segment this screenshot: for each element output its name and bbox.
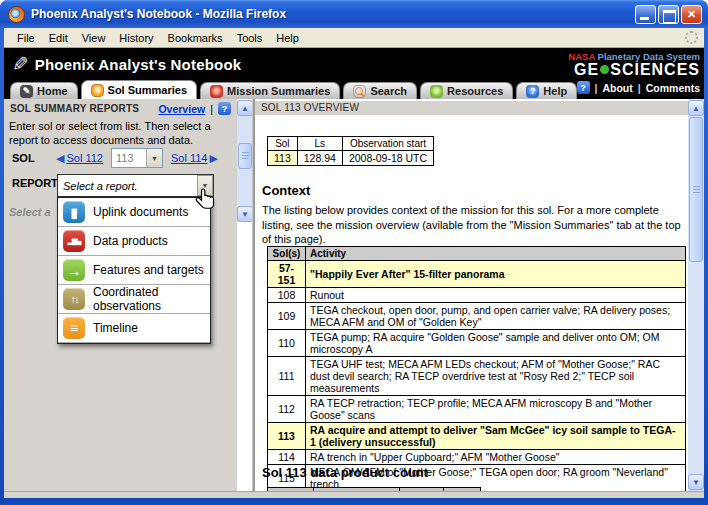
report-select[interactable]: Select a report. ▼	[57, 174, 214, 197]
tab-home[interactable]: ✎ Home	[10, 82, 78, 99]
sol-input[interactable]	[112, 149, 146, 167]
context-paragraph: The listing below provides context of th…	[262, 203, 687, 247]
home-icon: ✎	[20, 85, 33, 98]
sol-dropdown-button[interactable]: ▼	[146, 149, 162, 167]
activity-header-activity: Activity	[306, 247, 686, 261]
report-option-coordinated-observations[interactable]: ↑↓ Coordinated observations	[58, 285, 210, 314]
tab-help[interactable]: ? Help	[516, 82, 577, 99]
tab-sol-summaries[interactable]: Sol Summaries	[81, 80, 197, 99]
minimize-button[interactable]	[635, 5, 656, 24]
page-title: Phoenix Analyst's Notebook	[35, 56, 242, 73]
report-option-uplink-documents[interactable]: ▮ Uplink documents	[58, 198, 210, 227]
table-row: 109 TEGA checkout, open door, pump, and …	[268, 303, 686, 330]
report-option-timeline[interactable]: ≡ Timeline	[58, 314, 210, 343]
prev-sol-link[interactable]: Sol 112	[66, 152, 103, 164]
table-row: 57-151 "Happily Ever After" 15-filter pa…	[268, 261, 686, 288]
context-heading: Context	[262, 183, 310, 198]
comments-link[interactable]: Comments	[646, 82, 700, 94]
sol-navigation: SOL ◀ Sol 112 ▼ Sol 114 ▶	[4, 148, 237, 168]
background-hint-text: Select a	[9, 206, 51, 218]
help-icon: ?	[526, 85, 539, 98]
table-row: 108 Runout	[268, 288, 686, 303]
menu-item[interactable]: File	[10, 30, 42, 46]
scroll-up-button[interactable]: ▲	[237, 100, 253, 116]
features-and-targets-icon: →	[63, 259, 85, 281]
next-sol-arrow-icon[interactable]: ▶	[209, 152, 217, 165]
sol-info-row: 113 128.94 2008-09-18 UTC	[268, 151, 434, 166]
table-row: 111 TEGA UHF test; MECA AFM LEDs checkou…	[268, 357, 686, 396]
activity-table: Sol(s) Activity 57-151 "Happily Ever Aft…	[267, 246, 686, 491]
tab-search[interactable]: Search	[343, 82, 417, 99]
scrollbar-thumb[interactable]	[689, 117, 703, 262]
content-area: SOL SUMMARY REPORTS Overview | ? Enter s…	[4, 99, 704, 491]
sol-combobox: ▼	[111, 148, 163, 168]
overview-panel-title: SOL 113 OVERVIEW	[255, 101, 688, 115]
search-icon	[353, 85, 366, 98]
maximize-button[interactable]	[658, 5, 679, 24]
mission-summaries-icon	[210, 85, 223, 98]
firefox-icon	[8, 6, 25, 23]
next-sol-link[interactable]: Sol 114	[171, 152, 208, 164]
browser-window: Phoenix Analyst's Notebook - Mozilla Fir…	[0, 0, 708, 505]
sol-summaries-icon	[91, 84, 104, 97]
sol-info-header: Ls	[297, 137, 342, 151]
report-dropdown-list: ▮ Uplink documents ▂▆▄ Data products → F…	[57, 197, 211, 344]
data-products-icon: ▂▆▄	[63, 230, 85, 252]
data-product-count-heading: Sol 113 data product count	[262, 465, 428, 480]
help-icon[interactable]: ?	[577, 81, 590, 94]
geosciences-logo-right: SCIENCES	[610, 62, 700, 79]
scroll-down-button[interactable]: ▼	[688, 474, 704, 490]
tab-resources[interactable]: Resources	[420, 82, 513, 99]
scroll-down-button[interactable]: ▼	[237, 206, 253, 222]
menu-item[interactable]: Bookmarks	[161, 30, 230, 46]
panel-title: SOL SUMMARY REPORTS	[10, 103, 139, 114]
report-option-features-and-targets[interactable]: → Features and targets	[58, 256, 210, 285]
menu-item[interactable]: Help	[269, 30, 306, 46]
overview-link[interactable]: Overview	[158, 103, 205, 115]
coordinated-observations-icon: ↑↓	[63, 288, 85, 310]
cursor-hand	[194, 187, 216, 213]
pencil-icon: ✎	[12, 52, 29, 76]
close-button[interactable]: ✕	[681, 5, 702, 24]
app-header: ✎ Phoenix Analyst's Notebook NASA Planet…	[4, 48, 704, 80]
sol-info-header: Sol	[268, 137, 298, 151]
pds-logo-text: Planetary Data System	[598, 51, 700, 62]
geo-dot-icon	[600, 65, 609, 74]
uplink-documents-icon: ▮	[63, 201, 85, 223]
window-title: Phoenix Analyst's Notebook - Mozilla Fir…	[31, 7, 635, 21]
table-row: 112 RA TECP retraction; TECP profile; ME…	[268, 396, 686, 423]
menu-item[interactable]: Edit	[42, 30, 75, 46]
menu-item[interactable]: View	[75, 30, 113, 46]
menu-bar: FileEditViewHistoryBookmarksToolsHelp	[4, 28, 704, 48]
sol-info-header: Observation start	[342, 137, 433, 151]
menu-item[interactable]: Tools	[230, 30, 270, 46]
nasa-logo-text: NASA	[568, 51, 595, 62]
scrollbar-thumb[interactable]	[238, 143, 252, 169]
scroll-up-button[interactable]: ▲	[688, 100, 704, 116]
title-bar: Phoenix Analyst's Notebook - Mozilla Fir…	[0, 0, 708, 28]
resources-icon	[430, 85, 443, 98]
sol-overview-panel: SOL 113 OVERVIEW Sol Ls Observation star…	[255, 99, 688, 491]
activity-header-sol: Sol(s)	[268, 247, 306, 261]
sol-info-table: Sol Ls Observation start 113 128.94 2008…	[267, 136, 434, 166]
pds-geosciences-logo: NASA Planetary Data System GE SCIENCES	[568, 52, 704, 79]
left-panel-scrollbar[interactable]: ▲ ▼	[237, 100, 253, 222]
sol-label: SOL	[4, 152, 54, 164]
table-row: 114 RA trench in "Upper Cupboard;" AFM "…	[268, 450, 686, 465]
table-row: 110 TEGA pump; RA acquire "Golden Goose"…	[268, 330, 686, 357]
right-panel-scrollbar[interactable]: ▲ ▼	[688, 99, 704, 491]
instructions-text: Enter sol or select from list. Then sele…	[9, 119, 233, 148]
menu-item[interactable]: History	[112, 30, 160, 46]
sol-summary-reports-panel: SOL SUMMARY REPORTS Overview | ? Enter s…	[4, 99, 237, 491]
header-links: ? | About | Comments	[577, 81, 701, 94]
panel-help-icon[interactable]: ?	[218, 102, 231, 115]
about-link[interactable]: About	[602, 82, 632, 94]
tab-mission-summaries[interactable]: Mission Summaries	[200, 82, 340, 99]
throbber-icon	[685, 31, 698, 44]
prev-sol-arrow-icon[interactable]: ◀	[56, 152, 64, 165]
status-strip	[4, 491, 704, 498]
table-row: 113 RA acquire and attempt to deliver "S…	[268, 423, 686, 450]
report-selected-value: Select a report.	[58, 180, 197, 192]
timeline-icon: ≡	[63, 317, 85, 339]
report-option-data-products[interactable]: ▂▆▄ Data products	[58, 227, 210, 256]
